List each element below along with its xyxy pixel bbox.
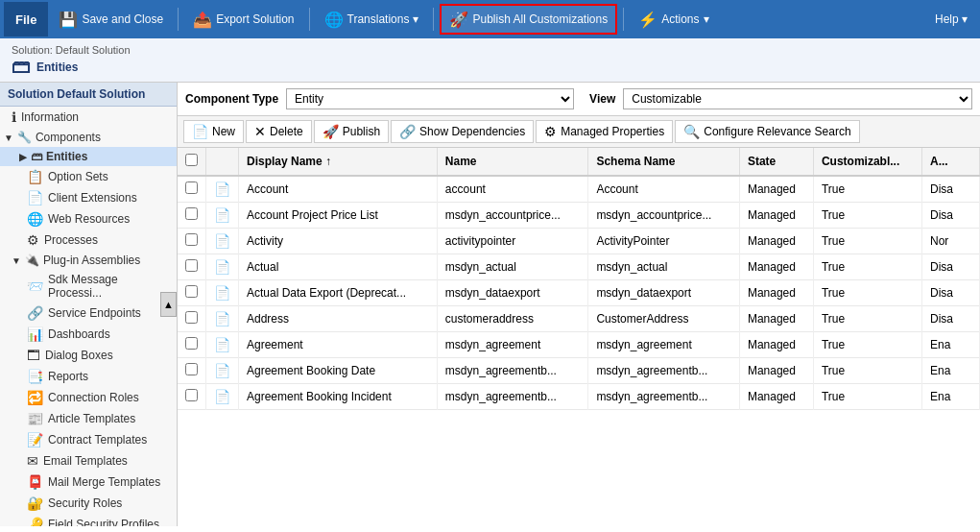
- show-dep-icon: 🔗: [399, 124, 416, 139]
- sidebar-collapse-btn[interactable]: ▲: [160, 292, 177, 317]
- row-checkbox[interactable]: [185, 337, 198, 350]
- row-checkbox-cell[interactable]: [178, 306, 206, 332]
- row-checkbox-cell[interactable]: [178, 332, 206, 358]
- translations-dropdown-arrow: ▾: [413, 12, 418, 26]
- sidebar-item-service-endpoints[interactable]: 🔗 Service Endpoints: [0, 302, 177, 324]
- entities-icon: 🗃: [12, 56, 31, 78]
- row-icon-cell: 📄: [206, 254, 239, 280]
- sidebar-item-components[interactable]: ▼ 🔧 Components: [0, 128, 177, 147]
- row-checkbox[interactable]: [185, 259, 198, 272]
- table-row[interactable]: 📄 Account account Account Managed True D…: [178, 176, 980, 203]
- cell-au: Disa: [922, 176, 980, 203]
- cell-name: msdyn_agreementb...: [437, 384, 588, 410]
- row-checkbox[interactable]: [185, 363, 198, 375]
- cell-state: Managed: [739, 203, 813, 229]
- publish-button[interactable]: 🚀 Publish: [314, 120, 389, 143]
- actions-button[interactable]: ⚡ Actions ▾: [630, 4, 717, 35]
- managed-properties-button[interactable]: ⚙ Managed Properties: [536, 120, 673, 143]
- table-row[interactable]: 📄 Agreement Booking Date msdyn_agreement…: [178, 358, 980, 384]
- table-row[interactable]: 📄 Actual Data Export (Deprecat... msdyn_…: [178, 280, 980, 306]
- cell-schema-name: Account: [588, 176, 740, 203]
- expand-icon: ▼: [4, 133, 13, 143]
- save-icon: 💾: [59, 11, 78, 29]
- row-checkbox-cell[interactable]: [178, 176, 206, 203]
- component-type-select[interactable]: Entity: [286, 88, 574, 109]
- col-name[interactable]: Name: [437, 148, 588, 176]
- row-checkbox-cell[interactable]: [178, 229, 206, 254]
- table-row[interactable]: 📄 Account Project Price List msdyn_accou…: [178, 203, 980, 229]
- sidebar-item-plugin-assemblies[interactable]: ▼ 🔌 Plug-in Assemblies: [0, 251, 177, 270]
- translations-button[interactable]: 🌐 Translations ▾: [316, 4, 428, 35]
- configure-relevance-button[interactable]: 🔍 Configure Relevance Search: [675, 120, 859, 143]
- col-state[interactable]: State: [739, 148, 813, 176]
- col-icon: [206, 148, 239, 176]
- sidebar-item-option-sets[interactable]: 📋 Option Sets: [0, 166, 177, 187]
- sidebar-item-field-security-profiles[interactable]: 🔑 Field Security Profiles: [0, 514, 177, 526]
- col-checkbox[interactable]: [178, 148, 206, 176]
- toolbar-separator-4: [623, 8, 624, 31]
- sidebar-item-article-templates[interactable]: 📰 Article Templates: [0, 408, 177, 429]
- toolbar-separator-3: [433, 8, 434, 31]
- sidebar-item-security-roles[interactable]: 🔐 Security Roles: [0, 493, 177, 514]
- cell-schema-name: CustomerAddress: [588, 306, 740, 332]
- row-checkbox[interactable]: [185, 389, 198, 401]
- sidebar-item-connection-roles[interactable]: 🔁 Connection Roles: [0, 387, 177, 408]
- show-dependencies-button[interactable]: 🔗 Show Dependencies: [391, 120, 534, 143]
- col-au[interactable]: A...: [922, 148, 980, 176]
- option-sets-icon: 📋: [27, 169, 43, 184]
- sidebar-item-mail-merge-templates[interactable]: 📮 Mail Merge Templates: [0, 472, 177, 493]
- entity-table-container: Display Name ↑ Name Schema Name State Cu…: [178, 148, 980, 526]
- new-button[interactable]: 📄 New: [183, 120, 244, 143]
- sidebar-item-information[interactable]: ℹ Information: [0, 107, 177, 128]
- entity-row-icon: 📄: [214, 389, 230, 404]
- reports-icon: 📑: [27, 369, 43, 384]
- sidebar-item-email-templates[interactable]: ✉ Email Templates: [0, 450, 177, 472]
- delete-button[interactable]: ✕ Delete: [246, 120, 312, 143]
- sdk-icon: 📨: [27, 278, 43, 294]
- sidebar-item-entities[interactable]: ▶ 🗃 Entities: [0, 147, 177, 166]
- row-checkbox[interactable]: [185, 207, 198, 220]
- row-checkbox[interactable]: [185, 311, 198, 324]
- file-button[interactable]: File: [4, 2, 48, 36]
- sidebar-item-sdk-message[interactable]: 📨 Sdk Message Processi...: [0, 270, 177, 302]
- row-checkbox-cell[interactable]: [178, 203, 206, 229]
- table-header-row: Display Name ↑ Name Schema Name State Cu…: [178, 148, 980, 176]
- col-customizable[interactable]: Customizabl...: [813, 148, 921, 176]
- help-button[interactable]: Help ▾: [926, 9, 976, 30]
- row-checkbox[interactable]: [185, 285, 198, 298]
- sidebar-item-client-extensions[interactable]: 📄 Client Extensions: [0, 187, 177, 208]
- col-display-name[interactable]: Display Name ↑: [239, 148, 438, 176]
- view-select[interactable]: Customizable: [623, 88, 972, 109]
- col-schema-name[interactable]: Schema Name: [588, 148, 740, 176]
- save-close-button[interactable]: 💾 Save and Close: [50, 4, 172, 35]
- sidebar-item-processes[interactable]: ⚙ Processes: [0, 230, 177, 251]
- cell-name: activitypointer: [437, 229, 588, 254]
- row-checkbox[interactable]: [185, 233, 198, 246]
- table-row[interactable]: 📄 Agreement msdyn_agreement msdyn_agreem…: [178, 332, 980, 358]
- table-row[interactable]: 📄 Activity activitypointer ActivityPoint…: [178, 229, 980, 254]
- row-checkbox-cell[interactable]: [178, 280, 206, 306]
- help-dropdown-arrow: ▾: [962, 12, 968, 26]
- publish-all-button[interactable]: 🚀 Publish All Customizations: [440, 4, 617, 35]
- toolbar: File 💾 Save and Close 📤 Export Solution …: [0, 0, 980, 38]
- sidebar-item-web-resources[interactable]: 🌐 Web Resources: [0, 208, 177, 230]
- row-checkbox-cell[interactable]: [178, 358, 206, 384]
- sidebar-item-dashboards[interactable]: 📊 Dashboards: [0, 324, 177, 345]
- row-checkbox-cell[interactable]: [178, 254, 206, 280]
- table-row[interactable]: 📄 Address customeraddress CustomerAddres…: [178, 306, 980, 332]
- view-label: View: [589, 92, 615, 106]
- select-all-checkbox[interactable]: [185, 154, 198, 166]
- sidebar-item-contract-templates[interactable]: 📝 Contract Templates: [0, 429, 177, 450]
- sidebar-item-dialog-boxes[interactable]: 🗔 Dialog Boxes: [0, 345, 177, 366]
- table-row[interactable]: 📄 Agreement Booking Incident msdyn_agree…: [178, 384, 980, 410]
- row-checkbox-cell[interactable]: [178, 384, 206, 410]
- sidebar-item-reports[interactable]: 📑 Reports: [0, 366, 177, 387]
- row-checkbox[interactable]: [185, 181, 198, 194]
- cell-display-name: Account: [239, 176, 438, 203]
- dialog-icon: 🗔: [27, 348, 40, 363]
- table-row[interactable]: 📄 Actual msdyn_actual msdyn_actual Manag…: [178, 254, 980, 280]
- expand-icon-plugins: ▼: [12, 255, 21, 266]
- cell-au: Ena: [922, 358, 980, 384]
- export-solution-button[interactable]: 📤 Export Solution: [184, 4, 302, 35]
- cell-au: Nor: [922, 229, 980, 254]
